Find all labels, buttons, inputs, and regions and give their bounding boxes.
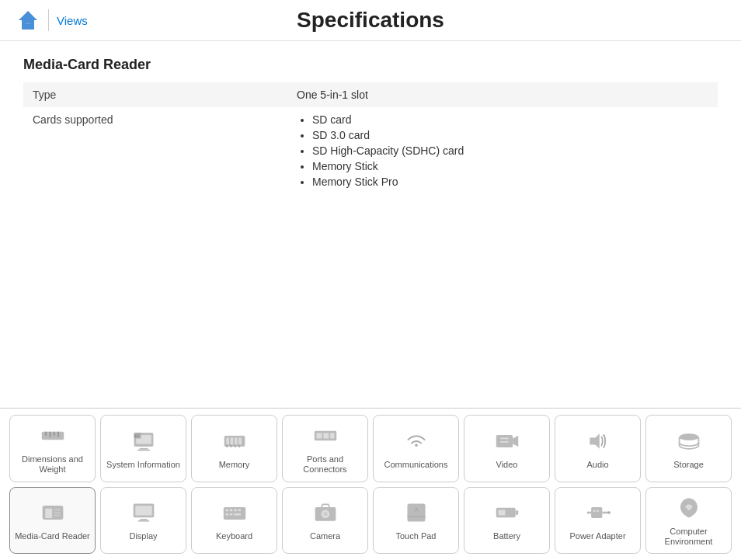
header-nav: Views (16, 8, 88, 33)
spec-value: SD cardSD 3.0 cardSD High-Capacity (SDHC… (287, 107, 718, 197)
list-item: SD High-Capacity (SDHC) card (312, 144, 708, 157)
nav-divider (48, 9, 49, 31)
list-item: Memory Stick Pro (312, 176, 708, 188)
home-icon (16, 8, 40, 33)
spec-label: Cards supported (23, 107, 287, 197)
main-content: Media-Card Reader TypeOne 5-in-1 slotCar… (0, 41, 741, 213)
page-title: Specifications (297, 8, 444, 33)
list-item: Memory Stick (312, 160, 708, 172)
spec-label: Type (23, 82, 287, 107)
spec-table: TypeOne 5-in-1 slotCards supportedSD car… (23, 82, 718, 197)
section-title: Media-Card Reader (23, 57, 718, 73)
list-item: SD card (312, 113, 708, 126)
svg-rect-1 (25, 24, 31, 30)
spec-value: One 5-in-1 slot (287, 82, 718, 107)
views-link[interactable]: Views (57, 14, 88, 27)
list-item: SD 3.0 card (312, 129, 708, 141)
home-button[interactable] (16, 8, 40, 33)
header: Views Specifications (0, 0, 741, 41)
